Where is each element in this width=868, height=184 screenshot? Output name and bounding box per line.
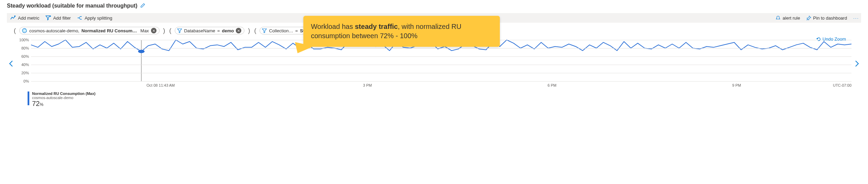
undo-zoom-label: Undo Zoom [822,36,846,42]
apply-splitting-button[interactable]: Apply splitting [77,15,112,21]
grid-line [31,81,851,82]
add-metric-label: Add metric [18,15,39,21]
callout-pre: Workload has [311,23,355,30]
paren-close: ) [163,27,165,34]
x-axis: UTC-07:00 Oct 08 11:43 AM3 PM6 PM9 PM [31,83,851,89]
add-filter-button[interactable]: Add filter [46,15,71,21]
filter-db-val: demo [222,28,234,33]
new-alert-rule-button[interactable]: alert rule [776,15,800,21]
metric-pill[interactable]: cosmos-autoscale-demo, Normalized RU Con… [19,27,160,34]
y-tick: 40% [21,63,29,67]
metric-pill-metric: Normalized RU Consum… [81,28,137,33]
filter-db-key: DatabaseName [184,28,215,33]
metric-pill-agg: Max [140,28,149,33]
x-tick: 3 PM [363,83,372,87]
undo-zoom-button[interactable]: Undo Zoom [816,36,846,42]
x-tick: Oct 08 11:43 AM [147,83,175,87]
y-tick: 0% [23,79,29,83]
y-tick: 100% [19,38,29,42]
prev-chart-button[interactable] [7,38,15,89]
apply-splitting-label: Apply splitting [84,15,112,21]
y-axis: 100%80%60%40%20%0% [15,40,30,81]
paren-open: ( [14,27,16,34]
edit-title-icon[interactable] [140,3,145,9]
grid-line [31,48,851,48]
pin-dashboard-label: Pin to dashboard [813,15,847,21]
metric-pill-close-icon[interactable]: ✕ [151,28,157,33]
cursor-dot [138,50,144,53]
legend-subtitle: cosmos-autoscale-demo [32,96,95,100]
pin-dashboard-button[interactable]: Pin to dashboard [806,15,847,21]
paren-open-2: ( [169,27,171,34]
filter-coll-op: = [295,28,298,33]
legend-value: 72 [32,100,40,107]
funnel-icon [262,28,267,33]
x-tick: 6 PM [547,83,556,87]
x-tick: 9 PM [732,83,741,87]
split-icon [77,15,82,21]
x-timezone: UTC-07:00 [833,83,851,87]
filter-db-op: = [217,28,220,33]
filter-pill-database[interactable]: DatabaseName = demo ✕ [175,27,245,34]
add-metric-button[interactable]: Add metric [10,15,39,21]
chart-legend: Normalized RU Consumption (Max) cosmos-a… [28,91,861,108]
legend-color-bar [28,91,29,105]
paren-close-2: ) [248,27,250,34]
line-chart-icon [10,15,16,21]
add-filter-label: Add filter [53,15,71,21]
more-button[interactable]: ··· [853,15,859,21]
grid-line [31,73,851,73]
pin-icon [806,15,811,20]
metric-pill-resource: cosmos-autoscale-demo, [29,28,79,33]
legend-unit: % [40,102,43,107]
funnel-icon [177,28,182,33]
grid-line [31,65,851,65]
next-chart-button[interactable] [853,38,861,89]
filter-db-close-icon[interactable]: ✕ [236,28,241,33]
filter-coll-key: Collection… [269,28,293,33]
annotation-callout: Workload has steady traffic, with normal… [303,16,500,47]
cosmos-icon [22,28,27,33]
bell-icon [776,15,780,20]
y-tick: 20% [21,71,29,75]
callout-bold: steady traffic [355,23,398,30]
alert-rule-label: alert rule [783,15,800,21]
filter-plus-icon [46,15,51,21]
page-title: Steady workload (suitable for manual thr… [7,3,138,9]
y-tick: 60% [21,54,29,58]
legend-title: Normalized RU Consumption (Max) [32,91,95,96]
paren-open-3: ( [254,27,256,34]
grid-line [31,56,851,57]
y-tick: 80% [21,46,29,50]
